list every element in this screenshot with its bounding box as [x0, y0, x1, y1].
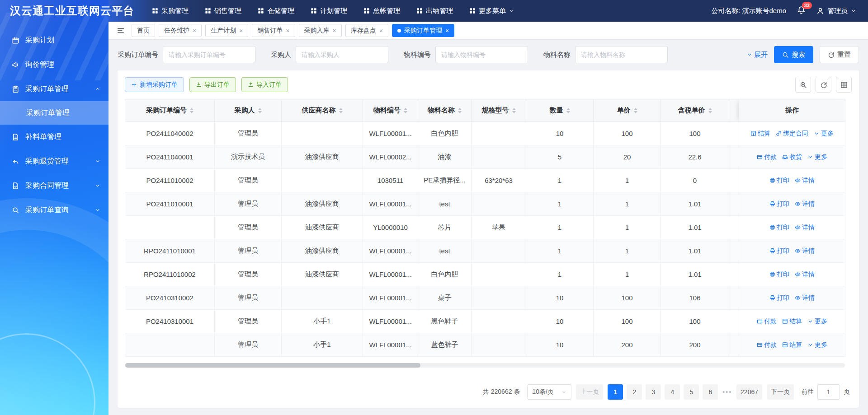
page-button-2[interactable]: 2	[627, 384, 642, 400]
page-button-5[interactable]: 5	[684, 384, 699, 400]
row-action-print[interactable]: 打印	[769, 270, 789, 279]
cell-order_no: PO2410310002	[125, 286, 215, 310]
row-action-pay[interactable]: 付款	[757, 153, 777, 161]
sort-icon[interactable]	[634, 108, 637, 113]
sort-icon[interactable]	[512, 108, 516, 113]
grid-tool-button[interactable]	[836, 77, 852, 93]
notification-bell[interactable]: 33	[797, 6, 806, 16]
tab-2[interactable]: 生产计划×	[205, 24, 248, 37]
page-button-1[interactable]: 1	[608, 384, 623, 400]
sort-icon[interactable]	[190, 108, 193, 113]
row-action-pay[interactable]: 付款	[757, 341, 777, 349]
tab-close-icon[interactable]: ×	[239, 28, 243, 34]
row-action-settle[interactable]: 结算	[782, 317, 802, 326]
tab-1[interactable]: 任务维护×	[159, 24, 202, 37]
sort-icon[interactable]	[566, 108, 570, 113]
page-button-3[interactable]: 3	[646, 384, 661, 400]
tab-close-icon[interactable]: ×	[193, 28, 196, 34]
import-order-button[interactable]: 导入订单	[241, 77, 288, 92]
horizontal-scrollbar[interactable]	[125, 363, 845, 368]
sort-icon[interactable]	[404, 108, 407, 113]
row-action-more[interactable]: 更多	[807, 317, 827, 326]
page-button-6[interactable]: 6	[703, 384, 718, 400]
goto-page-input[interactable]	[817, 384, 840, 400]
tab-4[interactable]: 采购入库×	[299, 24, 342, 37]
sort-icon[interactable]	[339, 108, 343, 113]
nav-item-0[interactable]: 采购管理	[152, 7, 189, 15]
nav-item-3[interactable]: 计划管理	[311, 7, 347, 15]
collapse-menu-icon[interactable]	[117, 27, 125, 35]
row-action-eye[interactable]: 详情	[795, 224, 815, 232]
sidebar-item-4[interactable]: 补料单管理	[0, 125, 108, 149]
nav-item-4[interactable]: 总帐管理	[363, 7, 400, 15]
refresh-tool-button[interactable]	[816, 77, 831, 93]
nav-item-5[interactable]: 出纳管理	[416, 7, 453, 15]
page-ellipsis[interactable]: •••	[722, 388, 733, 396]
sidebar-subitem[interactable]: 采购订单管理	[0, 101, 108, 125]
row-action-more[interactable]: 更多	[814, 130, 834, 138]
row-action-eye[interactable]: 详情	[795, 294, 815, 302]
reset-button[interactable]: 重置	[820, 46, 859, 63]
tab-6[interactable]: 采购订单管理×	[392, 24, 454, 37]
filter-input-1[interactable]	[296, 46, 388, 63]
row-action-eye[interactable]: 详情	[795, 247, 815, 255]
user-menu[interactable]: 管理员	[816, 7, 856, 15]
tab-0[interactable]: 首页	[132, 24, 155, 37]
sort-icon[interactable]	[708, 108, 712, 113]
filter-input-2[interactable]	[435, 46, 528, 63]
cell-price: 100	[594, 286, 661, 310]
nav-item-1[interactable]: 销售管理	[205, 7, 241, 15]
row-action-eye[interactable]: 详情	[795, 200, 815, 208]
page-button-4[interactable]: 4	[665, 384, 680, 400]
sort-icon[interactable]	[458, 108, 462, 113]
export-order-button[interactable]: 导出订单	[189, 77, 236, 92]
tab-close-icon[interactable]: ×	[333, 28, 336, 34]
sidebar-item-6[interactable]: 采购合同管理	[0, 173, 108, 198]
column-header-9: 操作	[739, 99, 845, 122]
row-action-settle[interactable]: 结算	[782, 341, 802, 349]
scrollbar-thumb[interactable]	[125, 363, 420, 368]
tab-3[interactable]: 销售订单×	[252, 24, 295, 37]
sidebar-item-7[interactable]: 采购订单查询	[0, 198, 108, 222]
sidebar-item-2[interactable]: 采购订单管理	[0, 77, 108, 101]
row-action-more[interactable]: 更多	[807, 153, 827, 161]
page-button-last[interactable]: 22067	[736, 384, 762, 400]
nav-item-6[interactable]: 更多菜单	[469, 7, 514, 15]
zoom-tool-button[interactable]	[795, 77, 811, 93]
tab-close-icon[interactable]: ×	[379, 28, 383, 34]
nav-item-label: 销售管理	[214, 7, 241, 15]
page-size-select[interactable]: 10条/页	[527, 384, 571, 400]
add-order-button[interactable]: 新增采购订单	[125, 77, 184, 92]
row-action-receive[interactable]: 收货	[782, 153, 802, 161]
row-action-print[interactable]: 打印	[769, 200, 789, 208]
sidebar-item-0[interactable]: 采购计划	[0, 28, 108, 52]
row-action-more[interactable]: 更多	[807, 341, 827, 349]
next-page-button[interactable]: 下一页	[767, 384, 794, 400]
filter-input-3[interactable]	[575, 46, 668, 63]
row-action-pay[interactable]: 付款	[757, 317, 777, 326]
contract-icon	[12, 182, 19, 190]
filter-group: 采购人	[271, 46, 388, 63]
column-header-2: 供应商名称	[282, 99, 363, 122]
link-icon	[776, 131, 782, 136]
row-action-link[interactable]: 绑定合同	[776, 130, 808, 138]
nav-item-2[interactable]: 仓储管理	[258, 7, 294, 15]
row-action-eye[interactable]: 详情	[795, 270, 815, 279]
expand-toggle[interactable]: 展开	[747, 51, 768, 59]
prev-page-button[interactable]: 上一页	[576, 384, 603, 400]
filter-input-0[interactable]	[163, 46, 255, 63]
row-action-print[interactable]: 打印	[769, 247, 789, 255]
sidebar-item-1[interactable]: 询价管理	[0, 52, 108, 77]
row-action-settle[interactable]: 结算	[750, 130, 770, 138]
sort-icon[interactable]	[258, 108, 262, 113]
sidebar-item-5[interactable]: 采购退货管理	[0, 149, 108, 173]
row-action-print[interactable]: 打印	[769, 224, 789, 232]
row-action-print[interactable]: 打印	[769, 294, 789, 302]
search-button[interactable]: 搜索	[774, 46, 813, 63]
tab-close-icon[interactable]: ×	[445, 28, 449, 34]
tab-5[interactable]: 库存盘点×	[345, 24, 388, 37]
tab-close-icon[interactable]: ×	[286, 28, 289, 34]
row-action-print[interactable]: 打印	[769, 177, 789, 185]
cell-spec	[472, 333, 526, 357]
row-action-eye[interactable]: 详情	[795, 177, 815, 185]
